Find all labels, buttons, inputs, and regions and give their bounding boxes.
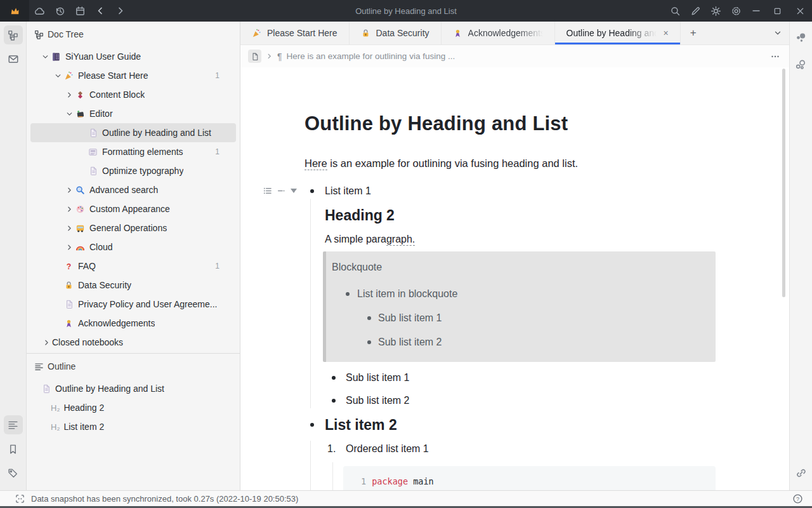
chevron-right-icon[interactable] [65, 205, 74, 213]
left-panel: Doc Tree SiYuan User Guide Please Start … [27, 22, 240, 490]
simple-paragraph: A simple paragraph. [304, 232, 716, 246]
history-button[interactable] [49, 0, 70, 22]
tab-acknowledgements[interactable]: Acknowledgements [442, 22, 555, 44]
reminder-ribbon-icon [64, 319, 74, 328]
reminder-ribbon-icon [453, 29, 462, 38]
tab-data-security[interactable]: Data Security [350, 22, 442, 44]
edit-mode-button[interactable] [685, 0, 705, 22]
editor[interactable]: Outline by Heading and List Here is an e… [240, 67, 789, 490]
doc-count-badge: 1 [215, 262, 231, 271]
chevron-right-icon[interactable] [65, 91, 74, 99]
dock-inbox-button[interactable] [4, 50, 23, 69]
block-ref-link[interactable]: graph. [386, 234, 415, 246]
doctree-item-faq[interactable]: ? FAQ 1 [30, 257, 236, 276]
blockquote[interactable]: Blockquote List item in blockquote Sub l… [323, 251, 716, 362]
doctree-item-siyuan-user-guide[interactable]: SiYuan User Guide [30, 47, 236, 66]
ordered-list-item: 1. Ordered list item 1 [304, 442, 716, 456]
chevron-right-icon[interactable] [43, 338, 51, 347]
blockquote-sub-item: Sub list item 1 [332, 311, 705, 325]
doc-tree-icon [8, 30, 18, 41]
dock-global-graph-button[interactable] [792, 55, 811, 74]
right-dock [789, 22, 812, 490]
sun-icon [710, 6, 721, 17]
doctree-item-acknowledgements[interactable]: Acknowledgements [30, 314, 236, 333]
editor-scrollbar[interactable] [782, 69, 785, 297]
chevron-right-icon[interactable] [65, 243, 74, 251]
new-tab-button[interactable]: + [681, 22, 706, 44]
forward-button[interactable] [110, 0, 131, 22]
minimize-button[interactable] [746, 0, 766, 22]
breadcrumb-text[interactable]: Here is an example for outlining via fus… [287, 51, 455, 61]
list-item-icon[interactable] [277, 187, 285, 195]
dock-graph-button[interactable] [792, 28, 811, 47]
tab-outline-by-heading-and-list[interactable]: Outline by Heading and List × [555, 22, 681, 44]
doctree-item-data-security[interactable]: Data Security [30, 276, 236, 295]
chevron-right-icon[interactable] [65, 224, 74, 232]
doctree-item-editor[interactable]: Editor [30, 104, 236, 123]
doctree-item-custom-appearance[interactable]: Custom Appearance [30, 199, 236, 218]
calendar-icon [75, 6, 86, 17]
doctree-item-advanced-search[interactable]: Advanced search [30, 180, 236, 199]
global-graph-icon [795, 58, 807, 70]
outline-title: Outline [48, 361, 75, 371]
list-item-1[interactable]: List item 1 [304, 184, 716, 198]
close-button[interactable] [788, 0, 812, 22]
breadcrumb-doc-button[interactable] [248, 50, 261, 63]
list-type-icon[interactable] [263, 186, 272, 196]
chevron-right-icon[interactable] [65, 186, 74, 194]
code-block[interactable]: 1package main [343, 466, 716, 490]
link-icon [796, 467, 807, 479]
doctree-item-outline-by-heading-and-list[interactable]: Outline by Heading and List [30, 123, 236, 142]
chevron-down-icon[interactable] [54, 72, 62, 80]
doc-tree-title: Doc Tree [48, 29, 84, 39]
help-button[interactable]: ? [792, 493, 803, 504]
block-ref-link[interactable]: Here [304, 157, 327, 170]
document-icon [65, 300, 74, 309]
card-icon [88, 147, 98, 157]
doctree-item-please-start-here[interactable]: Please Start Here 1 [30, 66, 236, 85]
global-search-button[interactable] [665, 0, 685, 22]
collapse-arrow-icon[interactable] [291, 189, 297, 193]
breadcrumb: ¶ Here is an example for outlining via f… [240, 45, 789, 67]
tab-overflow-button[interactable] [766, 22, 789, 44]
tab-please-start-here[interactable]: Please Start Here [240, 22, 350, 44]
theme-button[interactable] [705, 0, 726, 22]
chevron-down-icon[interactable] [41, 53, 49, 61]
outline-icon [34, 362, 44, 371]
chevron-down-icon [773, 29, 782, 37]
history-clock-icon [55, 6, 65, 17]
daily-note-button[interactable] [70, 0, 90, 22]
doctree-item-privacy-policy[interactable]: Privacy Policy and User Agreeme... [30, 295, 236, 314]
dock-doc-tree-button[interactable] [4, 25, 23, 44]
maximize-button[interactable] [766, 0, 788, 22]
settings-button[interactable] [726, 0, 746, 22]
back-button[interactable] [90, 0, 110, 22]
outline-item-heading-2[interactable]: H₂ Heading 2 [30, 398, 236, 417]
titlebar: Outline by Heading and List [0, 0, 812, 22]
breadcrumb-more-button[interactable] [770, 51, 780, 62]
doctree-item-cloud[interactable]: Cloud [30, 237, 236, 257]
doctree-item-formatting-elements[interactable]: Formatting elements 1 [30, 142, 236, 161]
doc-tree-header: Doc Tree [27, 25, 240, 43]
outline-item-list-item-2[interactable]: H₂ List item 2 [30, 417, 236, 436]
status-message: Data snapshot has been synchronized, too… [31, 494, 298, 504]
sync-button[interactable] [29, 0, 49, 22]
dock-backlinks-button[interactable] [792, 464, 811, 483]
main-area: Please Start Here Data Security Acknowle… [240, 22, 789, 490]
document-content[interactable]: Outline by Heading and List Here is an e… [304, 67, 716, 490]
dock-tag-button[interactable] [4, 464, 23, 483]
chevron-down-icon[interactable] [65, 110, 74, 118]
siyuan-logo-button[interactable] [0, 0, 29, 22]
doctree-item-closed-notebooks[interactable]: Closed notebooks [30, 333, 236, 352]
help-icon: ? [792, 493, 803, 504]
outline-item-doc[interactable]: Outline by Heading and List [30, 379, 236, 398]
doctree-item-general-operations[interactable]: General Operations [30, 218, 236, 237]
dock-bookmark-button[interactable] [4, 439, 23, 458]
tab-bar: Please Start Here Data Security Acknowle… [240, 22, 789, 45]
doc-title: Outline by Heading and List [304, 110, 716, 137]
dock-outline-button[interactable] [4, 415, 23, 434]
doc-count-badge: 1 [215, 147, 231, 156]
tab-close-icon[interactable]: × [664, 28, 669, 38]
doctree-item-optimize-typography[interactable]: Optimize typography [30, 161, 236, 180]
doctree-item-content-block[interactable]: Content Block [30, 85, 236, 104]
